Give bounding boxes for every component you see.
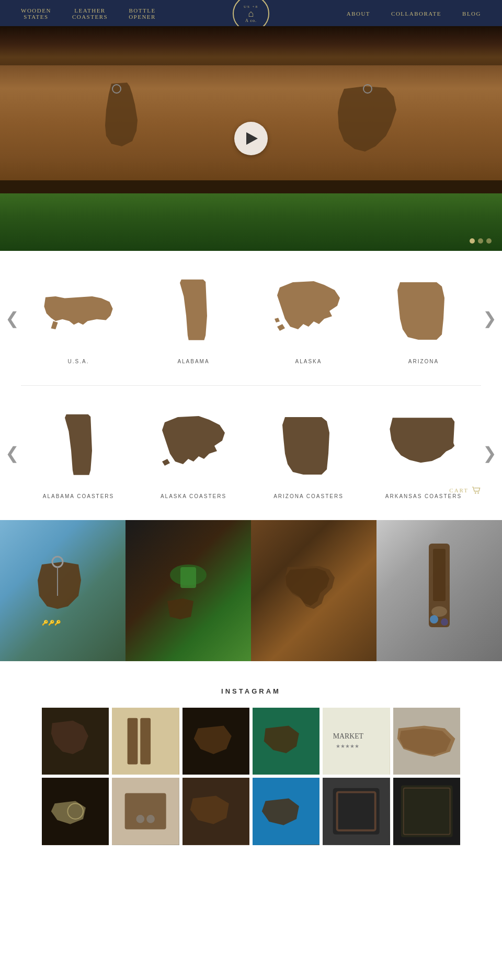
- ig-photo-10[interactable]: [253, 778, 320, 845]
- ig-photo-6-img: [393, 708, 460, 775]
- ig-photo-5[interactable]: MARKET ★★★★★: [323, 708, 390, 775]
- product-usa[interactable]: U.S.A.: [26, 272, 131, 364]
- product-arizona-coasters[interactable]: ARIZONA COASTERS: [256, 407, 361, 499]
- nav-left: WOODEN STATES LEATHER COASTERS BOTTLE OP…: [21, 7, 156, 20]
- product-arizona-image: [382, 272, 465, 350]
- carousel2-left-arrow[interactable]: ❮: [0, 443, 25, 463]
- product-alaska-label: ALASKA: [295, 359, 322, 364]
- ig-photo-7[interactable]: [42, 778, 109, 845]
- hero-play-button[interactable]: [234, 122, 268, 155]
- product-alabama-coasters[interactable]: ALABAMA COASTERS: [26, 407, 131, 499]
- ig-photo-12[interactable]: [393, 778, 460, 845]
- product-alabama-coasters-image: [37, 407, 120, 485]
- ig-photo-2[interactable]: [112, 708, 179, 775]
- photo-1-bg: 🔑🔑🔑: [0, 520, 126, 661]
- svg-point-11: [431, 606, 447, 617]
- product-arizona-coasters-label: ARIZONA COASTERS: [273, 493, 344, 499]
- hero-grass: [0, 193, 502, 251]
- carousel1-left-arrow[interactable]: ❮: [0, 308, 25, 328]
- ig-photo-11[interactable]: [323, 778, 390, 845]
- photo-3-bg: [251, 520, 376, 661]
- product-alaska-image: [267, 272, 350, 350]
- ig-photo-11-img: [323, 778, 390, 845]
- ig12-content: [393, 778, 460, 845]
- hero-state-ohio: [334, 84, 402, 157]
- instagram-grid: MARKET ★★★★★: [42, 708, 460, 845]
- arkansas-coaster-shape: [387, 412, 460, 480]
- ig10-content: [253, 778, 320, 845]
- ig-photo-4-img: [253, 708, 320, 775]
- ig11-content: [323, 778, 390, 845]
- product-alabama-label: ALABAMA: [177, 359, 209, 364]
- nav-bottle-opener[interactable]: BOTTLE OPENER: [129, 7, 156, 20]
- ig-photo-7-img: [42, 778, 109, 845]
- ig-photo-1[interactable]: [42, 708, 109, 775]
- product-alaska-coasters-label: ALASKA COASTERS: [161, 493, 226, 499]
- product-alabama[interactable]: ALABAMA: [141, 272, 246, 364]
- ig-photo-2-img: [112, 708, 179, 775]
- carousel2-inner: ALABAMA COASTERS ALASKA COASTERS: [0, 407, 502, 499]
- ig5-content: MARKET ★★★★★: [323, 708, 390, 775]
- product-arizona[interactable]: ARIZONA: [371, 272, 476, 364]
- alabama-shape: [157, 277, 230, 345]
- product-alaska-coasters[interactable]: ALASKA COASTERS: [141, 407, 246, 499]
- logo-arch-icon: ⌂: [248, 9, 254, 18]
- product-alabama-image: [152, 272, 235, 350]
- svg-rect-36: [401, 786, 452, 837]
- photo-strip-1: 🔑🔑🔑: [0, 520, 126, 661]
- hero-dot-1[interactable]: [470, 238, 475, 244]
- carousel2-right-arrow[interactable]: ❯: [477, 443, 502, 463]
- nav-blog[interactable]: BLOG: [462, 10, 481, 17]
- ig7-content: [42, 778, 109, 845]
- nav-leather-coasters[interactable]: LEATHER COASTERS: [72, 7, 108, 20]
- carousel-coasters: ❮ ALABAMA COASTERS A: [0, 386, 502, 520]
- product-arizona-label: ARIZONA: [408, 359, 439, 364]
- ig-photo-8[interactable]: [112, 778, 179, 845]
- carousel1-right-arrow[interactable]: ❯: [477, 308, 502, 328]
- svg-rect-17: [141, 718, 151, 765]
- nav-wooden-states[interactable]: WOODEN STATES: [21, 7, 51, 20]
- photo-2-bg: [126, 520, 251, 661]
- ig9-content: [182, 778, 249, 845]
- photo-4-content: [418, 538, 460, 643]
- ig-photo-9[interactable]: [182, 778, 249, 845]
- svg-text:MARKET: MARKET: [333, 732, 364, 740]
- hero-dot-2[interactable]: [478, 238, 483, 244]
- photo-2-content: [162, 559, 214, 622]
- svg-rect-33: [333, 788, 380, 835]
- ig1-content: [42, 708, 109, 775]
- arizona-coaster-shape: [272, 412, 345, 480]
- product-arizona-coasters-image: [267, 407, 350, 485]
- svg-rect-8: [180, 567, 196, 588]
- nav-right: ABOUT COLLABORATE BLOG: [347, 10, 481, 17]
- ig-photo-4[interactable]: [253, 708, 320, 775]
- product-alabama-coasters-label: ALABAMA COASTERS: [43, 493, 114, 499]
- svg-point-29: [146, 815, 155, 823]
- product-usa-image: [37, 272, 120, 350]
- svg-text:🔑🔑🔑: 🔑🔑🔑: [42, 619, 61, 626]
- ig-photo-3[interactable]: [182, 708, 249, 775]
- alaska-shape: [272, 277, 345, 345]
- ig4-content: [253, 708, 320, 775]
- product-alaska[interactable]: ALASKA: [256, 272, 361, 364]
- hero-state-louisiana: [101, 78, 164, 157]
- product-arkansas-coasters[interactable]: ARKANSAS COASTERS: [371, 407, 476, 499]
- photo-1-content: 🔑🔑🔑: [31, 549, 94, 632]
- nav-collaborate[interactable]: COLLABORATE: [391, 10, 441, 17]
- ig-photo-5-img: MARKET ★★★★★: [323, 708, 390, 775]
- photo-strip-3: [251, 520, 376, 661]
- ig3-content: [182, 708, 249, 775]
- product-usa-label: U.S.A.: [68, 359, 89, 364]
- ig-photo-12-img: [393, 778, 460, 845]
- ig-photo-9-img: [182, 778, 249, 845]
- product-arkansas-coasters-label: ARKANSAS COASTERS: [385, 493, 462, 499]
- hero-dot-3[interactable]: [486, 238, 492, 244]
- ig-photo-8-img: [112, 778, 179, 845]
- alabama-coaster-shape: [42, 412, 115, 480]
- photo-4-bg: [376, 520, 502, 661]
- nav-about[interactable]: ABOUT: [347, 10, 370, 17]
- play-icon: [246, 132, 258, 145]
- ig-photo-6[interactable]: [393, 708, 460, 775]
- arizona-shape: [387, 277, 460, 345]
- photo-strip: 🔑🔑🔑: [0, 520, 502, 661]
